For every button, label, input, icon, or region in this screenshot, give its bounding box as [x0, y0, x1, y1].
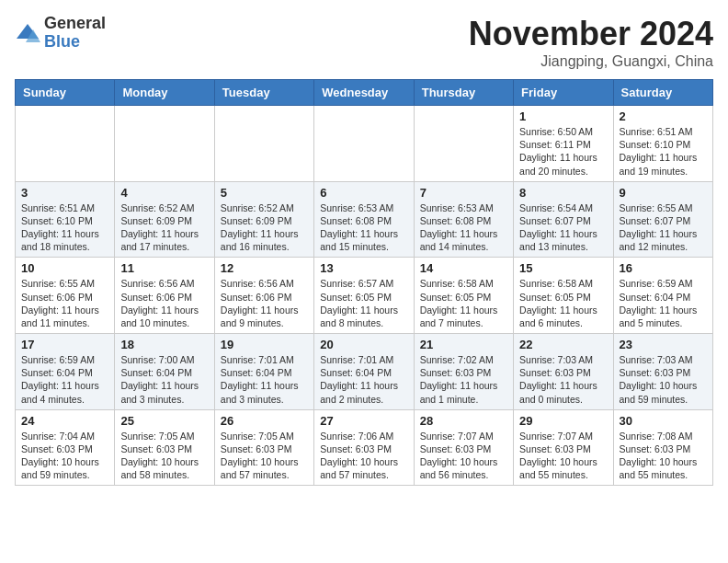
day-number: 3: [21, 186, 108, 200]
day-detail: Sunrise: 6:58 AM Sunset: 6:05 PM Dayligh…: [519, 277, 607, 329]
calendar-cell: 13Sunrise: 6:57 AM Sunset: 6:05 PM Dayli…: [314, 258, 414, 334]
weekday-header: Friday: [514, 80, 613, 106]
day-detail: Sunrise: 7:03 AM Sunset: 6:03 PM Dayligh…: [620, 353, 707, 406]
day-detail: Sunrise: 7:06 AM Sunset: 6:03 PM Dayligh…: [320, 430, 407, 482]
day-number: 11: [120, 261, 208, 275]
day-detail: Sunrise: 7:02 AM Sunset: 6:03 PM Dayligh…: [420, 353, 507, 406]
day-number: 8: [519, 186, 607, 200]
weekday-header: Sunday: [16, 80, 115, 106]
day-number: 12: [221, 261, 308, 275]
weekday-header: Wednesday: [314, 80, 414, 106]
calendar-cell: [314, 106, 414, 182]
calendar-cell: 20Sunrise: 7:01 AM Sunset: 6:04 PM Dayli…: [314, 334, 414, 410]
weekday-header-row: SundayMondayTuesdayWednesdayThursdayFrid…: [16, 80, 713, 106]
day-number: 15: [519, 261, 607, 275]
calendar-cell: [214, 106, 313, 182]
day-number: 27: [320, 414, 407, 428]
calendar-cell: 14Sunrise: 6:58 AM Sunset: 6:05 PM Dayli…: [414, 258, 513, 334]
day-detail: Sunrise: 7:07 AM Sunset: 6:03 PM Dayligh…: [519, 430, 607, 482]
calendar-cell: 10Sunrise: 6:55 AM Sunset: 6:06 PM Dayli…: [16, 258, 115, 334]
day-detail: Sunrise: 7:05 AM Sunset: 6:03 PM Dayligh…: [221, 430, 308, 482]
calendar-cell: 29Sunrise: 7:07 AM Sunset: 6:03 PM Dayli…: [514, 409, 613, 486]
calendar-cell: 19Sunrise: 7:01 AM Sunset: 6:04 PM Dayli…: [214, 334, 313, 410]
calendar-week-row: 10Sunrise: 6:55 AM Sunset: 6:06 PM Dayli…: [16, 258, 713, 334]
page-header: General Blue November 2024 Jiangping, Gu…: [15, 15, 713, 70]
logo-blue-text: Blue: [44, 32, 80, 51]
calendar-cell: 24Sunrise: 7:04 AM Sunset: 6:03 PM Dayli…: [16, 409, 115, 486]
day-detail: Sunrise: 6:56 AM Sunset: 6:06 PM Dayligh…: [120, 277, 208, 329]
calendar-cell: 18Sunrise: 7:00 AM Sunset: 6:04 PM Dayli…: [115, 334, 214, 410]
day-number: 29: [519, 414, 607, 428]
weekday-header: Thursday: [414, 80, 513, 106]
month-title: November 2024: [469, 15, 713, 53]
day-detail: Sunrise: 6:50 AM Sunset: 6:11 PM Dayligh…: [519, 125, 607, 178]
day-detail: Sunrise: 7:01 AM Sunset: 6:04 PM Dayligh…: [221, 353, 308, 406]
day-number: 2: [620, 109, 707, 123]
calendar-cell: 6Sunrise: 6:53 AM Sunset: 6:08 PM Daylig…: [314, 181, 414, 258]
day-number: 18: [120, 338, 208, 351]
day-detail: Sunrise: 6:57 AM Sunset: 6:05 PM Dayligh…: [320, 277, 407, 329]
calendar-table: SundayMondayTuesdayWednesdayThursdayFrid…: [15, 79, 713, 486]
day-detail: Sunrise: 6:52 AM Sunset: 6:09 PM Dayligh…: [221, 201, 308, 254]
calendar-cell: 22Sunrise: 7:03 AM Sunset: 6:03 PM Dayli…: [514, 334, 613, 410]
day-detail: Sunrise: 7:04 AM Sunset: 6:03 PM Dayligh…: [21, 430, 108, 482]
day-detail: Sunrise: 7:03 AM Sunset: 6:03 PM Dayligh…: [519, 353, 607, 406]
day-number: 10: [21, 261, 108, 275]
calendar-week-row: 24Sunrise: 7:04 AM Sunset: 6:03 PM Dayli…: [16, 409, 713, 486]
day-detail: Sunrise: 6:55 AM Sunset: 6:06 PM Dayligh…: [21, 277, 108, 329]
calendar-cell: 26Sunrise: 7:05 AM Sunset: 6:03 PM Dayli…: [214, 409, 313, 486]
day-detail: Sunrise: 6:54 AM Sunset: 6:07 PM Dayligh…: [519, 201, 607, 254]
calendar-week-row: 1Sunrise: 6:50 AM Sunset: 6:11 PM Daylig…: [16, 106, 713, 182]
day-number: 21: [420, 338, 507, 351]
calendar-cell: 21Sunrise: 7:02 AM Sunset: 6:03 PM Dayli…: [414, 334, 513, 410]
logo-icon: [15, 20, 40, 46]
calendar-cell: [115, 106, 214, 182]
day-number: 25: [120, 414, 208, 428]
day-number: 9: [620, 186, 707, 200]
calendar-cell: [16, 106, 115, 182]
day-number: 7: [420, 186, 507, 200]
title-block: November 2024 Jiangping, Guangxi, China: [469, 15, 713, 70]
day-number: 17: [21, 338, 108, 351]
calendar-cell: 11Sunrise: 6:56 AM Sunset: 6:06 PM Dayli…: [115, 258, 214, 334]
calendar-week-row: 3Sunrise: 6:51 AM Sunset: 6:10 PM Daylig…: [16, 181, 713, 258]
weekday-header: Tuesday: [214, 80, 313, 106]
calendar-cell: 8Sunrise: 6:54 AM Sunset: 6:07 PM Daylig…: [514, 181, 613, 258]
calendar-cell: 9Sunrise: 6:55 AM Sunset: 6:07 PM Daylig…: [613, 181, 712, 258]
calendar-cell: 5Sunrise: 6:52 AM Sunset: 6:09 PM Daylig…: [214, 181, 313, 258]
day-number: 14: [420, 261, 507, 275]
day-number: 20: [320, 338, 407, 351]
day-detail: Sunrise: 6:53 AM Sunset: 6:08 PM Dayligh…: [320, 201, 407, 254]
day-number: 30: [620, 414, 707, 428]
day-detail: Sunrise: 6:51 AM Sunset: 6:10 PM Dayligh…: [620, 125, 707, 178]
weekday-header: Monday: [115, 80, 214, 106]
day-detail: Sunrise: 7:05 AM Sunset: 6:03 PM Dayligh…: [120, 430, 208, 482]
calendar-cell: 23Sunrise: 7:03 AM Sunset: 6:03 PM Dayli…: [613, 334, 712, 410]
day-number: 6: [320, 186, 407, 200]
logo-general-text: General: [44, 14, 106, 32]
day-number: 16: [620, 261, 707, 275]
calendar-cell: 25Sunrise: 7:05 AM Sunset: 6:03 PM Dayli…: [115, 409, 214, 486]
calendar-cell: 4Sunrise: 6:52 AM Sunset: 6:09 PM Daylig…: [115, 181, 214, 258]
calendar-cell: 28Sunrise: 7:07 AM Sunset: 6:03 PM Dayli…: [414, 409, 513, 486]
day-number: 26: [221, 414, 308, 428]
day-detail: Sunrise: 6:51 AM Sunset: 6:10 PM Dayligh…: [21, 201, 108, 254]
calendar-cell: 16Sunrise: 6:59 AM Sunset: 6:04 PM Dayli…: [613, 258, 712, 334]
day-detail: Sunrise: 7:00 AM Sunset: 6:04 PM Dayligh…: [120, 353, 208, 406]
day-number: 4: [120, 186, 208, 200]
day-detail: Sunrise: 6:58 AM Sunset: 6:05 PM Dayligh…: [420, 277, 507, 329]
day-number: 1: [519, 109, 607, 123]
calendar-cell: 12Sunrise: 6:56 AM Sunset: 6:06 PM Dayli…: [214, 258, 313, 334]
calendar-cell: 1Sunrise: 6:50 AM Sunset: 6:11 PM Daylig…: [514, 106, 613, 182]
day-number: 23: [620, 338, 707, 351]
day-detail: Sunrise: 6:56 AM Sunset: 6:06 PM Dayligh…: [221, 277, 308, 329]
calendar-cell: 15Sunrise: 6:58 AM Sunset: 6:05 PM Dayli…: [514, 258, 613, 334]
day-number: 22: [519, 338, 607, 351]
weekday-header: Saturday: [613, 80, 712, 106]
day-detail: Sunrise: 6:59 AM Sunset: 6:04 PM Dayligh…: [21, 353, 108, 406]
calendar-cell: 7Sunrise: 6:53 AM Sunset: 6:08 PM Daylig…: [414, 181, 513, 258]
day-number: 28: [420, 414, 507, 428]
day-number: 19: [221, 338, 308, 351]
calendar-cell: 3Sunrise: 6:51 AM Sunset: 6:10 PM Daylig…: [16, 181, 115, 258]
day-detail: Sunrise: 6:52 AM Sunset: 6:09 PM Dayligh…: [120, 201, 208, 254]
